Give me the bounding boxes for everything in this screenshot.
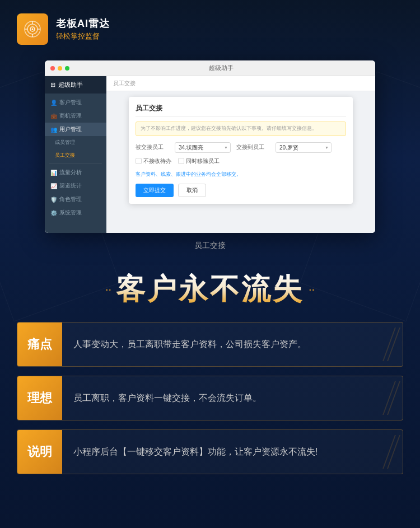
label-to: 交接到员工 [236,143,270,151]
checkbox-group: 不接收待办 同时移除员工 [136,157,346,165]
cards-section: 痛点 人事变动大，员工离职带走客户资料，公司损失客户资产。 理想 员工离职，客户… [0,322,420,491]
card-text-pain: 人事变动大，员工离职带走客户资料，公司损失客户资产。 [73,337,306,352]
to-employee-select[interactable]: 20.罗贤 [276,142,332,153]
sidebar-section-1: 👤客户管理 💼商机管理 👥用户管理 成员管理 员工交接 📊流量分析 [45,94,106,222]
label-from: 被交接员工 [136,143,169,151]
checkbox-remove-employee[interactable]: 同时移除员工 [178,157,220,165]
sidebar-subitem-handover[interactable]: 员工交接 [45,149,106,162]
header: 老板AI雷达 轻松掌控监督 [0,0,420,55]
checkbox-no-todo-label: 不接收待办 [143,157,171,165]
submit-button[interactable]: 立即提交 [136,184,174,197]
card-pain: 痛点 人事变动大，员工离职带走客户资料，公司损失客户资产。 [17,322,403,367]
card-text-ideal: 员工离职，客户资料一键交接，不会流失订单。 [73,391,262,405]
from-employee-select[interactable]: 34.状圈亮 [175,142,231,153]
to-select-wrapper[interactable]: 20.罗贤 [276,142,332,153]
maximize-button-dot [65,66,69,71]
sidebar-item-system[interactable]: ⚙️系统管理 [45,206,106,219]
card-body-pain: 人事变动大，员工离职带走客户资料，公司损失客户资产。 [62,323,380,366]
cancel-button[interactable]: 取消 [178,184,206,197]
sidebar-item-business[interactable]: 💼商机管理 [45,109,106,123]
from-select-wrapper[interactable]: 34.状圈亮 [175,142,231,153]
logo-subtitle: 轻松掌控监督 [56,31,110,41]
screenshot-caption: 员工交接 [0,241,420,251]
logo-title: 老板AI雷达 [56,17,110,30]
card-text-desc: 小程序后台【一键移交客户资料】功能，让客户资源永不流失! [73,445,318,459]
sidebar-header: ⊞ 超级助手 [45,76,106,94]
sidebar-divider-1 [49,163,102,164]
sidebar-item-channel[interactable]: 📈渠道统计 [45,179,106,193]
close-button-dot [50,66,55,71]
sw-topbar: 员工交接 [106,76,375,91]
logo-text: 老板AI雷达 轻松掌控监督 [56,17,110,41]
card-deco-ideal [380,376,403,420]
headline-deco-right: ·· [309,283,315,296]
transfer-note: 客户资料、线索、跟进中的业务均会全部移交。 [136,171,346,178]
card-tag-pain: 痛点 [17,323,62,366]
minimize-button-dot [58,66,62,71]
sidebar-item-user[interactable]: 👥用户管理 [45,123,106,136]
sw-content-area: 员工交接 为了不影响工作进度，建议您在交接前先确认以下事项。请仔细填写交接信息。… [106,91,375,233]
sw-sidebar: ⊞ 超级助手 👤客户管理 💼商机管理 👥用户管理 成员管理 员工交接 [45,76,106,233]
headline-row: ·· 客户永不流失 ·· [22,273,398,305]
sidebar-item-role[interactable]: 🛡️角色管理 [45,193,106,206]
checkbox-no-todo-box[interactable] [136,158,142,164]
sidebar-item-customer[interactable]: 👤客户管理 [45,96,106,109]
card-deco-desc [380,430,403,474]
software-ui: ⊞ 超级助手 👤客户管理 💼商机管理 👥用户管理 成员管理 员工交接 [45,76,375,233]
modal-title: 员工交接 [136,104,346,117]
checkbox-remove-employee-label: 同时移除员工 [186,157,220,165]
window-controls [50,66,69,71]
button-group: 立即提交 取消 [136,184,346,197]
checkbox-remove-employee-box[interactable] [178,158,184,164]
headline-deco-left: ·· [105,283,111,296]
logo-icon [17,13,48,45]
form-row-from: 被交接员工 34.状圈亮 交接到员工 20.罗贤 [136,142,346,153]
sw-main: 员工交接 员工交接 为了不影响工作进度，建议您在交接前先确认以下事项。请仔细填写… [106,76,375,233]
card-deco-pain [380,323,403,366]
sidebar-subitem-member[interactable]: 成员管理 [45,136,106,149]
headline-section: ·· 客户永不流失 ·· [0,262,420,322]
breadcrumb: 员工交接 [113,80,136,87]
headline-text: 客户永不流失 [116,273,304,305]
app-title: 超级助手 [73,64,370,72]
card-tag-ideal: 理想 [17,376,62,420]
card-ideal: 理想 员工离职，客户资料一键交接，不会流失订单。 [17,376,403,420]
card-body-ideal: 员工离职，客户资料一键交接，不会流失订单。 [62,376,380,420]
screenshot-topbar: 超级助手 [45,60,375,76]
svg-point-3 [32,29,34,30]
handover-modal: 员工交接 为了不影响工作进度，建议您在交接前先确认以下事项。请仔细填写交接信息。… [129,97,353,204]
card-desc: 说明 小程序后台【一键移交客户资料】功能，让客户资源永不流失! [17,429,403,474]
sidebar-item-analytics[interactable]: 📊流量分析 [45,166,106,179]
form-note: 为了不影响工作进度，建议您在交接前先确认以下事项。请仔细填写交接信息。 [136,122,346,136]
card-body-desc: 小程序后台【一键移交客户资料】功能，让客户资源永不流失! [62,430,380,474]
card-tag-desc: 说明 [17,430,62,474]
sidebar-app-name: 超级助手 [58,81,83,89]
screenshot-container: 超级助手 ⊞ 超级助手 👤客户管理 💼商机管理 👥用户管理 [45,60,375,233]
checkbox-no-todo[interactable]: 不接收待办 [136,157,171,165]
